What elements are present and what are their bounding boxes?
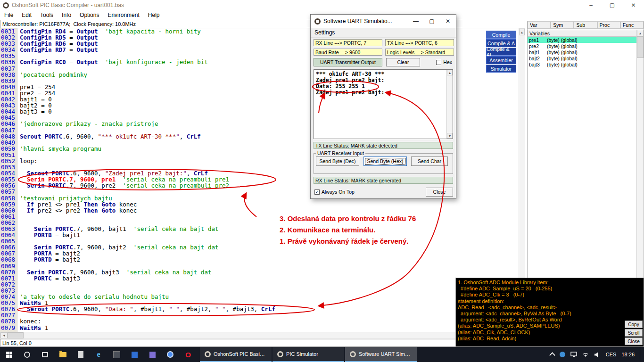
tab-func[interactable]: Func	[620, 21, 644, 29]
minimize-button[interactable]: –	[580, 0, 602, 10]
code-line[interactable]: 0071 PORTC = bajt3	[0, 275, 519, 281]
tab-sub[interactable]: Sub	[574, 21, 597, 29]
uart-dialog-titlebar[interactable]: Software UART Simulatio... — ▢ ✕	[311, 15, 456, 28]
show-desktop-button[interactable]	[640, 347, 642, 362]
pinned-app-7[interactable]: O	[179, 347, 197, 362]
line-number: 0038	[0, 72, 17, 78]
start-button[interactable]	[0, 347, 18, 362]
code-token	[20, 231, 34, 239]
always-on-top-checkbox[interactable]: Always On Top	[314, 189, 355, 195]
simulator-button[interactable]: Simulator	[486, 65, 516, 73]
scroll-up-icon[interactable]: ▲	[519, 29, 525, 35]
code-line[interactable]: 0074'a taky to odesle do serialu hodnotu…	[0, 294, 519, 300]
pinned-app-2[interactable]: e	[90, 347, 107, 362]
display-icon[interactable]	[570, 352, 577, 357]
assembler-button[interactable]: Assembler	[486, 56, 516, 64]
tx-line-field[interactable]: TX Line ---> PORTC, 6	[385, 39, 454, 46]
taskbar-window-uart-simulator[interactable]: Software UART Simul...	[345, 347, 417, 362]
compile-al-button[interactable]: Compile & AL	[486, 48, 516, 56]
variable-row[interactable]: bajt3(byte) (global)	[528, 61, 637, 67]
main-titlebar[interactable]: OshonSoft PIC Basic Compiler - uart001.b…	[0, 0, 644, 10]
pinned-app-6[interactable]	[161, 347, 179, 362]
settings-menu-item[interactable]: Settings	[314, 29, 335, 36]
scroll-left-icon[interactable]: ◄	[0, 332, 8, 338]
maximize-button[interactable]: ▢	[602, 0, 623, 10]
pinned-app-3[interactable]	[107, 347, 125, 362]
menu-info[interactable]: Info	[58, 12, 75, 18]
code-line[interactable]: 0072	[0, 281, 519, 288]
variable-row[interactable]: bajt1(byte) (global)	[528, 49, 637, 55]
scroll-up-icon[interactable]: ▲	[447, 70, 453, 75]
pinned-app-4[interactable]	[125, 347, 143, 362]
variable-row[interactable]: pre1(byte) (global)	[528, 37, 637, 43]
rx-line-field[interactable]: RX Line ---> PORTC, 7	[314, 39, 382, 46]
clock[interactable]: 18:26	[621, 352, 635, 357]
scroll-up-icon[interactable]: ▲	[637, 30, 644, 36]
taskbar-window-oshonsoft[interactable]: OshonSoft PIC Basic ...	[200, 347, 272, 362]
scroll-down-icon[interactable]: ▼	[447, 133, 453, 139]
uart-receiver-group: UART Receiver Input Send Byte (Dec)Send …	[314, 150, 453, 174]
tray-expand-icon[interactable]	[549, 352, 555, 358]
menu-help[interactable]: Help	[144, 12, 164, 18]
tab-sym[interactable]: Sym	[551, 21, 574, 29]
uart-terminal[interactable]: *** ok1ufc ART-30 *** Zadej pre1 pre2 ba…	[314, 69, 453, 139]
compile-button[interactable]: Compile	[486, 31, 516, 39]
code-line[interactable]: 0060 If pre2 <> pre2 Then Goto konec	[0, 207, 519, 214]
code-line[interactable]: 0078konec:	[0, 318, 519, 324]
menu-edit[interactable]: Edit	[17, 12, 36, 18]
wifi-icon[interactable]	[582, 352, 589, 357]
taskbar-window-pic-simulator[interactable]: PIC Simulator	[272, 347, 344, 362]
adc-close-button[interactable]: Close	[625, 337, 643, 345]
hex-checkbox[interactable]: Hex	[436, 59, 452, 65]
hex-checkbox-box[interactable]	[436, 60, 441, 65]
baud-rate-field[interactable]: Baud Rate ---> 9600	[314, 49, 382, 56]
dialog-maximize-button[interactable]: ▢	[424, 15, 440, 28]
hscroll-thumb[interactable]	[8, 332, 24, 338]
volume-icon[interactable]	[594, 352, 601, 357]
language-indicator[interactable]: CES	[606, 352, 617, 357]
menu-file[interactable]: File	[0, 12, 17, 18]
always-on-top-checkbox-box[interactable]	[314, 189, 320, 195]
uart-transmitter-output-button[interactable]: UART Transmitter Output	[314, 58, 382, 66]
task-view-button[interactable]	[36, 347, 54, 362]
line-number: 0050	[0, 146, 17, 152]
close-button[interactable]: ✕	[623, 0, 644, 10]
clear-button[interactable]: Clear	[386, 58, 420, 66]
variable-row[interactable]: bajt2(byte) (global)	[528, 55, 637, 61]
send-byte-hex-button[interactable]: Send Byte (Hex)	[363, 156, 407, 166]
search-button[interactable]	[18, 347, 36, 362]
code-line[interactable]: 0077	[0, 312, 519, 318]
terminal-scrollbar[interactable]: ▲ ▼	[446, 70, 453, 139]
code-token: = bajt1	[52, 231, 80, 239]
menu-tools[interactable]: Tools	[36, 12, 58, 18]
tray-app-icon[interactable]	[560, 352, 565, 357]
pinned-app-5[interactable]	[143, 347, 161, 362]
uart-close-button[interactable]: Close	[426, 188, 453, 197]
variable-type: (byte) (global)	[547, 43, 578, 49]
code-token	[41, 133, 45, 140]
menu-options[interactable]: Options	[75, 12, 103, 18]
code-token: RC0	[55, 58, 66, 66]
menu-environment[interactable]: Environment	[103, 12, 143, 18]
line-number: 0039	[0, 78, 17, 84]
variable-row[interactable]: pre2(byte) (global)	[528, 43, 637, 49]
editor-hscrollbar[interactable]: ◄	[0, 332, 525, 339]
code-line[interactable]: 0061	[0, 214, 519, 220]
logic-levels-field[interactable]: Logic Levels ---> Standard	[385, 49, 454, 56]
code-line[interactable]: 0068 PORTD = bajt2	[0, 256, 519, 263]
pinned-app-1[interactable]	[72, 347, 90, 362]
file-explorer-button[interactable]	[54, 347, 72, 362]
vars-scroll-thumb[interactable]	[637, 36, 644, 58]
tab-var[interactable]: Var	[528, 21, 551, 29]
variables-header[interactable]: Variables	[528, 30, 637, 37]
tab-proc[interactable]: Proc	[597, 21, 620, 29]
code-line[interactable]: 0064 PORTB = bajt1	[0, 232, 519, 238]
code-line[interactable]: 0076 Serout PORTC.6, 9600, "Data: ", #ba…	[0, 306, 519, 312]
adc-scroll-button[interactable]: Scroll	[625, 329, 643, 337]
send-char-button[interactable]: Send Char	[411, 156, 448, 166]
dialog-close-button[interactable]: ✕	[440, 15, 456, 28]
send-byte-dec-button[interactable]: Send Byte (Dec)	[316, 156, 359, 166]
dialog-minimize-button[interactable]: —	[408, 15, 424, 28]
adc-copy-button[interactable]: Copy	[625, 321, 643, 328]
code-line[interactable]: 0079WaitMs 1	[0, 325, 519, 331]
